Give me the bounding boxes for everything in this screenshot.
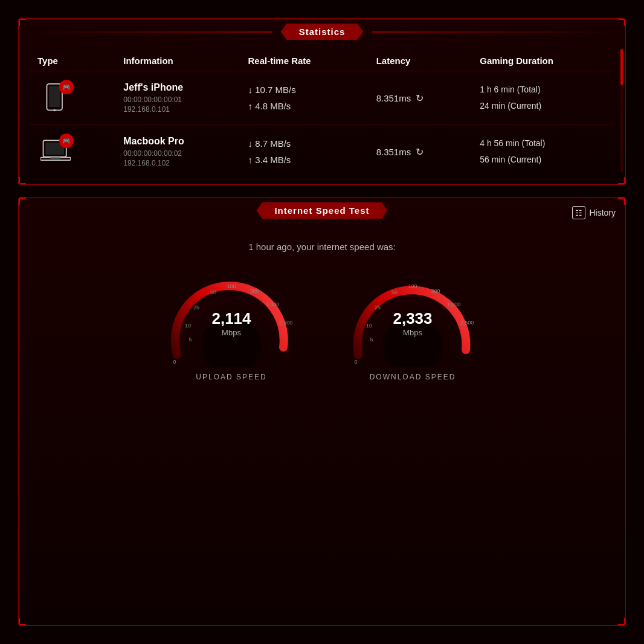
latency-display: 8.351ms ↻	[376, 92, 462, 104]
upload-rate: ↑ 4.8 MB/s	[248, 98, 358, 114]
duration-total: 4 h 56 min (Total)	[480, 135, 607, 152]
download-gauge-container: 0 5 10 25 50 100 300 1,000 2,500 2,333 M…	[346, 270, 479, 381]
svg-text:300: 300	[250, 288, 259, 294]
svg-rect-6	[50, 158, 60, 159]
download-value-display: 2,333 Mbps	[393, 309, 432, 337]
duration-current: 24 min (Current)	[480, 98, 607, 114]
phone-icon: 🎮	[37, 80, 74, 116]
download-gauge: 0 5 10 25 50 100 300 1,000 2,500 2,333 M…	[346, 270, 479, 367]
gaming-badge: 🎮	[59, 134, 74, 148]
upload-gauge-container: 0 5 10 25 50 100 300 1,000 2,500 2,114 M…	[165, 270, 298, 381]
svg-text:1,000: 1,000	[266, 301, 280, 308]
svg-text:25: 25	[375, 304, 381, 311]
svg-text:50: 50	[210, 289, 216, 295]
col-latency: Latency	[367, 51, 471, 71]
speed-title: Internet Speed Test	[256, 202, 387, 219]
col-duration: Gaming Duration	[471, 51, 616, 71]
device-info-cell: Macbook Pro 00:00:00:00:00:02 192.168.0.…	[114, 125, 239, 179]
svg-text:0: 0	[173, 359, 176, 365]
scrollbar[interactable]	[620, 49, 623, 172]
upload-value-display: 2,114 Mbps	[211, 309, 251, 337]
laptop-icon: 🎮	[37, 134, 74, 170]
refresh-icon[interactable]: ↻	[416, 146, 423, 158]
speed-subtitle: 1 hour ago, your internet speed was:	[248, 242, 396, 252]
device-mac: 00:00:00:00:00:01	[123, 95, 230, 104]
col-information: Information	[114, 51, 239, 71]
statistics-panel: Statistics Type Information Real-time Ra…	[18, 18, 626, 185]
svg-point-2	[53, 109, 56, 112]
device-mac: 00:00:00:00:00:02	[123, 149, 230, 158]
history-label: History	[589, 208, 616, 217]
svg-text:300: 300	[431, 288, 440, 294]
rate-cell: ↓ 10.7 MB/s ↑ 4.8 MB/s	[239, 71, 367, 125]
latency-cell: 8.351ms ↻	[367, 125, 471, 179]
duration-total: 1 h 6 min (Total)	[480, 82, 607, 98]
rate-display: ↓ 10.7 MB/s ↑ 4.8 MB/s	[248, 82, 358, 114]
device-icon-cell: 🎮	[28, 71, 114, 125]
device-ip: 192.168.0.102	[123, 159, 230, 167]
download-label: DOWNLOAD SPEED	[370, 373, 456, 381]
download-rate: ↓ 10.7 MB/s	[248, 82, 358, 98]
svg-text:100: 100	[227, 283, 236, 289]
stats-title: Statistics	[281, 24, 364, 40]
device-name: Jeff's iPhone	[123, 82, 230, 93]
download-speed-unit: Mbps	[393, 328, 432, 337]
upload-rate: ↑ 3.4 MB/s	[248, 152, 358, 168]
svg-text:1,000: 1,000	[447, 301, 461, 308]
latency-value: 8.351ms	[376, 93, 411, 103]
latency-value: 8.351ms	[376, 147, 411, 157]
duration-cell: 1 h 6 min (Total) 24 min (Current)	[471, 71, 616, 125]
speed-title-bar: Internet Speed Test	[238, 198, 405, 224]
table-row: 🎮 Macbook Pro 00:00:00:00:00:02 192.168.…	[28, 125, 616, 179]
device-name: Macbook Pro	[123, 136, 230, 147]
gaming-badge: 🎮	[59, 80, 74, 94]
device-ip: 192.168.0.101	[123, 105, 230, 114]
svg-text:10: 10	[185, 323, 191, 329]
svg-text:10: 10	[366, 323, 372, 329]
svg-text:5: 5	[188, 336, 192, 343]
device-info-cell: Jeff's iPhone 00:00:00:00:00:01 192.168.…	[114, 71, 239, 125]
history-icon: ☷	[572, 206, 585, 219]
col-realtime: Real-time Rate	[239, 51, 367, 71]
svg-text:2,500: 2,500	[279, 320, 293, 326]
latency-cell: 8.351ms ↻	[367, 71, 471, 125]
upload-speed-unit: Mbps	[211, 328, 251, 337]
svg-text:5: 5	[370, 336, 373, 343]
rate-display: ↓ 8.7 MB/s ↑ 3.4 MB/s	[248, 135, 358, 168]
upload-gauge: 0 5 10 25 50 100 300 1,000 2,500 2,114 M…	[165, 270, 298, 367]
upload-speed-value: 2,114	[211, 309, 251, 328]
latency-display: 8.351ms ↻	[376, 146, 462, 158]
table-row: 🎮 Jeff's iPhone 00:00:00:00:00:01 192.16…	[28, 71, 616, 125]
duration-cell: 4 h 56 min (Total) 56 min (Current)	[471, 125, 616, 179]
svg-text:25: 25	[193, 304, 199, 311]
refresh-icon[interactable]: ↻	[416, 92, 423, 104]
duration-current: 56 min (Current)	[480, 152, 607, 168]
svg-text:2,500: 2,500	[460, 320, 474, 326]
download-rate: ↓ 8.7 MB/s	[248, 135, 358, 152]
device-icon-cell: 🎮	[28, 125, 114, 179]
speed-test-panel: Internet Speed Test ☷ History 1 hour ago…	[18, 197, 626, 626]
svg-text:0: 0	[354, 359, 357, 365]
stats-title-bar: Statistics	[19, 19, 625, 45]
svg-text:50: 50	[391, 289, 398, 295]
upload-label: UPLOAD SPEED	[196, 373, 266, 381]
download-speed-value: 2,333	[393, 309, 432, 328]
history-button[interactable]: ☷ History	[572, 206, 616, 219]
svg-rect-1	[49, 86, 60, 107]
svg-text:100: 100	[408, 283, 417, 289]
gauges-row: 0 5 10 25 50 100 300 1,000 2,500 2,114 M…	[19, 270, 625, 381]
rate-cell: ↓ 8.7 MB/s ↑ 3.4 MB/s	[239, 125, 367, 179]
stats-table: Type Information Real-time Rate Latency …	[28, 51, 616, 178]
col-type: Type	[28, 51, 114, 71]
duration-display: 4 h 56 min (Total) 56 min (Current)	[480, 135, 607, 167]
duration-display: 1 h 6 min (Total) 24 min (Current)	[480, 82, 607, 114]
